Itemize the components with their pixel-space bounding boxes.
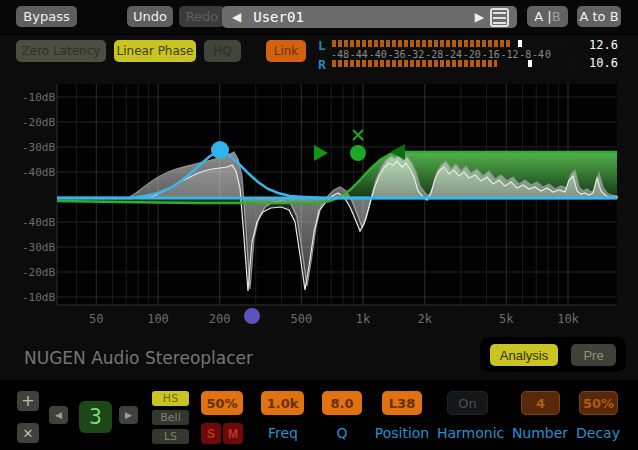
q-label: Q bbox=[312, 425, 372, 441]
eq-graph[interactable]: -10dB-20dB-30dB-40dB-40dB-30dB-20dB-10dB… bbox=[0, 80, 638, 330]
preset-name: User01 bbox=[253, 9, 475, 25]
width-value-button[interactable]: 50% bbox=[201, 391, 243, 415]
meter-l-peak bbox=[518, 40, 522, 47]
ab-compare-button[interactable]: A |B bbox=[527, 6, 568, 27]
freq-axis-label: 500 bbox=[290, 312, 312, 326]
meter-r-label: R bbox=[318, 57, 326, 72]
meter-l-label: L bbox=[318, 38, 326, 53]
next-band-button[interactable]: ▶ bbox=[119, 406, 138, 424]
blue-band-handle[interactable] bbox=[211, 141, 229, 159]
db-axis-label: -10dB bbox=[22, 91, 55, 104]
preset-next-icon[interactable]: ▶ bbox=[475, 6, 484, 28]
preset-menu-icon[interactable] bbox=[490, 8, 509, 27]
db-axis-label: -20dB bbox=[22, 116, 55, 129]
analysis-button[interactable]: Analysis bbox=[490, 344, 558, 366]
undo-button[interactable]: Undo bbox=[127, 6, 173, 27]
meter-scale: -48-44-40-36-32-28-24-20-16-12-8-40 bbox=[331, 49, 551, 60]
band-number-display: 3 bbox=[79, 401, 112, 433]
a-to-b-button[interactable]: A to B bbox=[577, 6, 621, 27]
purple-band-handle[interactable] bbox=[244, 308, 260, 324]
db-axis-label: -40dB bbox=[22, 166, 55, 179]
freq-axis-label: 1k bbox=[356, 312, 371, 326]
hq-button[interactable]: HQ bbox=[204, 40, 241, 62]
freq-axis-label: 2k bbox=[417, 312, 432, 326]
db-axis-label: -10dB bbox=[22, 291, 55, 304]
linear-phase-button[interactable]: Linear Phase bbox=[114, 40, 196, 62]
number-label: Number bbox=[510, 425, 570, 441]
stereoplacer-window: Bypass Undo Redo ◀ User01 ▶ A |B A to B … bbox=[0, 0, 638, 450]
q-value-button[interactable]: 8.0 bbox=[322, 391, 362, 415]
green-band-handle[interactable] bbox=[350, 145, 366, 161]
number-value-button[interactable]: 4 bbox=[521, 391, 560, 415]
pre-button[interactable]: Pre bbox=[571, 344, 616, 366]
meter-l-value: 12.6 bbox=[578, 38, 618, 52]
meter-r-bar bbox=[332, 60, 572, 67]
meter-l-bar bbox=[332, 40, 572, 47]
freq-axis-label: 10k bbox=[557, 312, 579, 326]
freq-axis-label: 200 bbox=[209, 312, 231, 326]
brand-title: NUGEN Audio Stereoplacer bbox=[24, 348, 253, 368]
decay-label: Decay bbox=[568, 425, 628, 441]
add-band-button[interactable]: + bbox=[17, 391, 39, 411]
ab-b-label: B bbox=[552, 9, 561, 24]
meter-r-value: 10.6 bbox=[578, 56, 618, 70]
title-bar: Bypass Undo Redo ◀ User01 ▶ A |B A to B bbox=[0, 0, 638, 35]
position-value-button[interactable]: L38 bbox=[382, 391, 422, 415]
link-button[interactable]: Link bbox=[266, 40, 306, 62]
redo-button[interactable]: Redo bbox=[179, 6, 225, 27]
position-label: Position bbox=[372, 425, 432, 441]
harmonic-toggle-button[interactable]: On bbox=[447, 391, 488, 415]
zero-latency-button[interactable]: Zero Latency bbox=[16, 40, 106, 62]
db-axis-label: -30dB bbox=[22, 241, 55, 254]
bypass-button[interactable]: Bypass bbox=[16, 6, 77, 27]
freq-label: Freq bbox=[253, 425, 313, 441]
freq-axis-label: 5k bbox=[499, 312, 514, 326]
prev-band-button[interactable]: ◀ bbox=[49, 406, 68, 424]
ab-a-label: A | bbox=[534, 9, 551, 24]
freq-axis-label: 100 bbox=[147, 312, 169, 326]
band-control-bar: + ✕ ◀ 3 ▶ HS Bell LS 50% S M 1.0k Freq 8… bbox=[0, 380, 638, 450]
db-axis-label: -30dB bbox=[22, 141, 55, 154]
shape-bell-button[interactable]: Bell bbox=[152, 410, 189, 425]
solo-button[interactable]: S bbox=[201, 423, 221, 444]
harmonic-label: Harmonic bbox=[437, 425, 497, 441]
decay-value-button[interactable]: 50% bbox=[579, 391, 618, 415]
preset-selector[interactable]: ◀ User01 ▶ bbox=[222, 6, 517, 28]
db-axis-label: -20dB bbox=[22, 266, 55, 279]
freq-value-button[interactable]: 1.0k bbox=[261, 391, 304, 415]
remove-band-button[interactable]: ✕ bbox=[17, 423, 39, 443]
mute-button[interactable]: M bbox=[223, 423, 243, 444]
analysis-group: Analysis Pre bbox=[480, 337, 626, 372]
freq-axis-label: 50 bbox=[89, 312, 103, 326]
meter-r-peak bbox=[528, 60, 532, 67]
shape-hs-button[interactable]: HS bbox=[152, 391, 189, 406]
db-axis-label: -40dB bbox=[22, 216, 55, 229]
meter-l-fill bbox=[332, 40, 510, 47]
meter-r-fill bbox=[332, 60, 497, 67]
preset-prev-icon[interactable]: ◀ bbox=[232, 6, 241, 28]
shape-ls-button[interactable]: LS bbox=[152, 429, 189, 444]
